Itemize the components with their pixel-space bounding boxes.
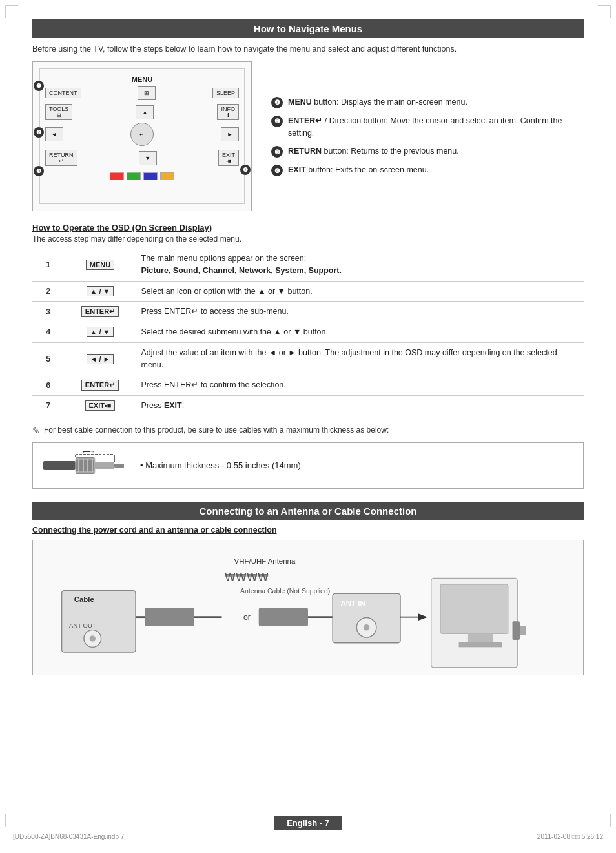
corner-tl [5,5,18,18]
osd-key-4: ▲ / ▼ [65,322,136,343]
svg-point-20 [90,635,96,642]
info-num-3: ❸ [271,146,283,158]
remote-blue-btn [143,172,158,180]
osd-key-5: ◄ / ► [65,342,136,375]
osd-desc-3: Press ENTER↵ to access the sub-menu. [136,302,584,322]
remote-row-1: CONTENT ⊞ SLEEP [45,86,239,100]
table-row: 6 ENTER↵ Press ENTER↵ to confirm the sel… [32,375,584,396]
osd-num-2: 2 [32,281,65,302]
remote-green-btn [127,172,141,180]
note-icon: ✎ [32,426,40,436]
osd-num-7: 7 [32,396,65,416]
remote-return-icon: ↩ [49,158,74,164]
remote-illustration: ❶ MENU CONTENT ⊞ SLEEP TOOLS ⊞ ▲ [32,61,252,211]
svg-rect-21 [145,608,194,626]
svg-rect-33 [440,584,508,633]
table-row: 3 ENTER↵ Press ENTER↵ to access the sub-… [32,302,584,322]
osd-table-body: 1 MENU The main menu options appear on t… [32,249,584,416]
osd-desc-4: Select the desired submenu with the ▲ or… [136,322,584,343]
svg-rect-8 [114,464,124,468]
remote-info-icon: ℹ [221,112,235,118]
osd-key-6: ENTER↵ [65,375,136,396]
remote-tools-btn: TOOLS ⊞ [45,104,72,120]
remote-color-row [45,172,239,180]
remote-up-arrow: ▲ [136,105,154,119]
remote-bullet-3: ❸ [34,166,44,176]
table-row: 5 ◄ / ► Adjust the value of an item with… [32,342,584,375]
osd-num-6: 6 [32,375,65,396]
svg-text:or: or [243,613,251,622]
remote-bullet-2: ❷ [34,127,44,138]
info-panel: ❶ MENU button: Displays the main on-scre… [271,61,584,211]
svg-rect-35 [459,642,502,647]
antenna-header: Connecting to an Antenna or Cable Connec… [32,502,584,520]
intro-text: Before using the TV, follow the steps be… [32,45,584,54]
footer-page-label: English - 7 [274,816,342,830]
table-row: 4 ▲ / ▼ Select the desired submenu with … [32,322,584,343]
table-row: 2 ▲ / ▼ Select an icon or option with th… [32,281,584,302]
osd-num-1: 1 [32,249,65,281]
info-item-2: ❷ ENTER↵ / Direction button: Move the cu… [271,115,584,139]
remote-return-btn: RETURN ↩ [45,150,77,166]
remote-enter-btn: ↵ [130,123,154,146]
nav-top: ❶ MENU CONTENT ⊞ SLEEP TOOLS ⊞ ▲ [32,61,584,211]
osd-table: 1 MENU The main menu options appear on t… [32,249,584,416]
svg-text:₩₩₩₩: ₩₩₩₩ [225,571,269,584]
osd-title: How to Operate the OSD (On Screen Displa… [32,223,584,232]
osd-num-5: 5 [32,342,65,375]
osd-key-1: MENU [65,249,136,281]
info-text-3: RETURN button: Returns to the previous m… [288,145,459,158]
osd-key-7: EXIT•■ [65,396,136,416]
osd-key-2: ▲ / ▼ [65,281,136,302]
remote-bullet-1: ❶ [34,81,44,91]
remote-right-arrow: ► [221,127,239,141]
remote-down-arrow: ▼ [139,151,157,165]
remote-left-arrow: ◄ [45,127,63,141]
footer-meta: [UD5500-ZA]BN68-03431A-Eng.indb 7 2011-0… [0,833,616,840]
svg-text:ANT IN: ANT IN [341,599,365,607]
svg-point-30 [364,624,370,631]
svg-text:Cable: Cable [74,595,94,603]
navigate-header: How to Navigate Menus [32,19,584,38]
table-row: 1 MENU The main menu options appear on t… [32,249,584,281]
remote-center-icon: ⊞ [138,86,156,100]
footer-left: [UD5500-ZA]BN68-03431A-Eng.indb 7 [13,833,124,840]
antenna-svg: VHF/UHF Antenna ₩₩₩₩ Antenna Cable (Not … [43,551,573,673]
info-item-1: ❶ MENU button: Displays the main on-scre… [271,96,584,108]
table-row: 7 EXIT•■ Press EXIT. [32,396,584,416]
remote-tools-icon: ⊞ [49,112,68,118]
info-item-4: ❹ EXIT button: Exits the on-screen menu. [271,164,584,176]
remote-bullet-4: ❹ [240,165,251,175]
info-num-4: ❹ [271,165,283,176]
svg-rect-34 [468,633,493,642]
osd-subtitle: The access step may differ depending on … [32,234,584,243]
svg-text:Antenna Cable (Not Supplied): Antenna Cable (Not Supplied) [240,588,330,595]
thickness-text: • Maximum thickness - 0.55 inches (14mm) [140,460,301,470]
osd-num-3: 3 [32,302,65,322]
svg-rect-37 [520,626,526,635]
corner-tr [598,5,611,18]
footer-right: 2011-02-08 □□ 5:26:12 [537,833,603,840]
svg-text:VHF/UHF Antenna: VHF/UHF Antenna [234,557,296,564]
page: How to Navigate Menus Before using the T… [0,0,616,853]
remote-exit-icon: -■ [222,158,235,164]
connector-diagram: ⟵→ [43,449,127,482]
remote-content-btn: CONTENT [45,88,81,98]
info-text-4: EXIT button: Exits the on-screen menu. [288,164,429,176]
svg-text:ANT OUT: ANT OUT [69,622,96,629]
svg-text:⟵→: ⟵→ [83,449,95,455]
svg-rect-36 [513,621,520,640]
info-item-3: ❸ RETURN button: Returns to the previous… [271,145,584,158]
antenna-diagram: VHF/UHF Antenna ₩₩₩₩ Antenna Cable (Not … [32,540,584,675]
remote-sleep-btn: SLEEP [212,88,239,98]
osd-key-3: ENTER↵ [65,302,136,322]
antenna-subtitle: Connecting the power cord and an antenna… [32,526,584,535]
remote-inner: ❶ MENU CONTENT ⊞ SLEEP TOOLS ⊞ ▲ [39,68,245,204]
remote-row-4: RETURN ↩ ▼ EXIT -■ [45,150,239,166]
osd-desc-7: Press EXIT. [136,396,584,416]
info-text-2: ENTER↵ / Direction button: Move the curs… [288,115,584,139]
info-num-1: ❶ [271,97,283,108]
remote-info-btn: INFO ℹ [217,104,239,120]
osd-desc-2: Select an icon or option with the ▲ or ▼… [136,281,584,302]
info-num-2: ❷ [271,116,283,127]
